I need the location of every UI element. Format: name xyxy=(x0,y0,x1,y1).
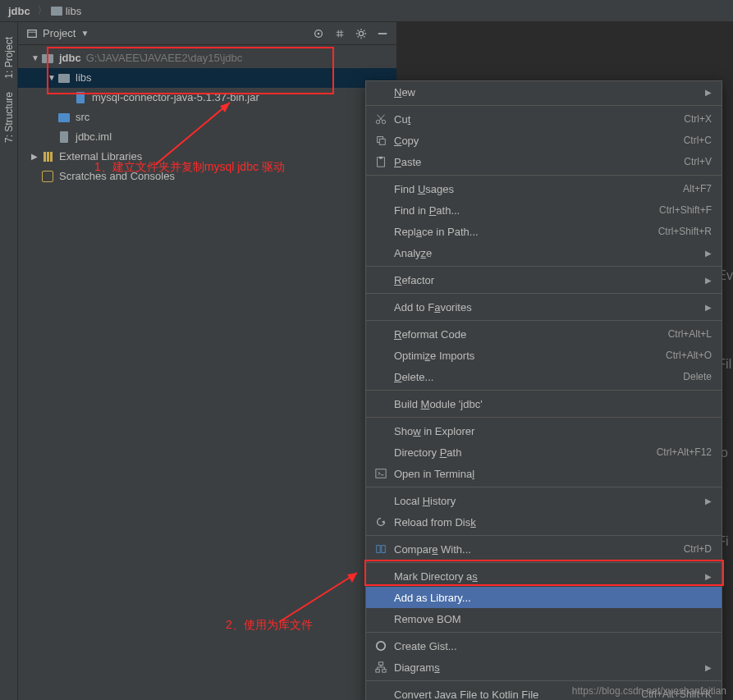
menu-label: Show in Explorer xyxy=(394,425,712,437)
menu-separator xyxy=(366,680,722,681)
menu-label: Optimize Imports xyxy=(394,350,666,362)
tree-jar[interactable]: mysql-connector-java-5.1.37-bin.jar xyxy=(18,88,396,108)
menu-item[interactable]: Show in Explorer xyxy=(366,420,722,442)
menu-item[interactable]: Refactor▶ xyxy=(366,269,722,291)
submenu-arrow-icon: ▶ xyxy=(705,663,712,672)
menu-item[interactable]: Optimize ImportsCtrl+Alt+O xyxy=(366,345,722,366)
svg-rect-11 xyxy=(379,139,385,144)
menu-label: Refactor xyxy=(394,274,699,286)
menu-item[interactable]: Find in Path...Ctrl+Shift+F xyxy=(366,199,722,221)
tab-project[interactable]: 1: Project xyxy=(2,30,16,85)
panel-title[interactable]: Project xyxy=(43,27,76,39)
menu-shortcut: Alt+F7 xyxy=(683,183,712,194)
target-icon[interactable] xyxy=(313,28,324,39)
menu-item[interactable]: Mark Directory as▶ xyxy=(366,565,722,587)
menu-item[interactable]: Remove BOM xyxy=(366,608,722,629)
left-sidebar: 1: Project 7: Structure xyxy=(0,22,18,700)
menu-shortcut: Ctrl+Alt+L xyxy=(668,328,712,340)
menu-label: Delete... xyxy=(394,371,683,383)
menu-shortcut: Ctrl+D xyxy=(684,543,712,555)
menu-label: Local History xyxy=(394,495,699,507)
menu-shortcut: Ctrl+V xyxy=(684,156,712,167)
menu-item[interactable]: Open in Terminal xyxy=(366,463,722,484)
menu-label: Find Usages xyxy=(394,183,683,195)
svg-point-8 xyxy=(376,120,379,123)
menu-separator xyxy=(366,105,722,106)
menu-shortcut: Ctrl+X xyxy=(684,113,712,125)
tree-root[interactable]: ▼ jdbc G:\JAVAEE\JAVAEE2\day15\jdbc xyxy=(18,48,396,68)
menu-item[interactable]: Analyze▶ xyxy=(366,242,722,263)
menu-separator xyxy=(366,293,722,294)
annotation-text-1: 1、建立文件夹并复制mysql jdbc 驱动 xyxy=(94,160,285,175)
menu-item[interactable]: CutCtrl+X xyxy=(366,108,722,130)
breadcrumb-current[interactable]: libs xyxy=(66,5,82,17)
expand-icon[interactable]: ▼ xyxy=(48,70,56,86)
source-folder-icon xyxy=(58,113,70,122)
menu-label: Find in Path... xyxy=(394,204,659,217)
github-icon xyxy=(373,640,389,652)
annotation-text-2: 2、使用为库文件 xyxy=(226,618,313,633)
menu-item[interactable]: Diagrams▶ xyxy=(366,657,722,678)
menu-separator xyxy=(366,632,722,633)
menu-label: Directory Path xyxy=(394,446,657,459)
cut-icon xyxy=(373,113,389,125)
dropdown-icon[interactable]: ▼ xyxy=(80,29,89,38)
submenu-arrow-icon: ▶ xyxy=(705,303,712,312)
menu-separator xyxy=(366,175,722,176)
menu-item[interactable]: Build Module 'jdbc' xyxy=(366,393,722,414)
menu-item[interactable]: Local History▶ xyxy=(366,490,722,511)
svg-point-19 xyxy=(378,643,385,650)
svg-rect-17 xyxy=(382,546,385,553)
tab-structure[interactable]: 7: Structure xyxy=(2,85,16,149)
menu-item[interactable]: PasteCtrl+V xyxy=(366,151,722,172)
submenu-arrow-icon: ▶ xyxy=(705,276,712,285)
tree-libs[interactable]: ▼ libs xyxy=(18,68,396,88)
svg-point-3 xyxy=(318,32,320,34)
menu-item[interactable]: Replace in Path...Ctrl+Shift+R xyxy=(366,221,722,242)
submenu-arrow-icon: ▶ xyxy=(705,88,712,97)
menu-item[interactable]: Directory PathCtrl+Alt+F12 xyxy=(366,442,722,463)
menu-separator xyxy=(366,562,722,563)
tree-iml[interactable]: jdbc.iml xyxy=(18,127,396,147)
svg-point-9 xyxy=(382,120,385,123)
gear-icon[interactable] xyxy=(355,28,367,39)
svg-rect-13 xyxy=(379,157,383,159)
menu-item[interactable]: CopyCtrl+C xyxy=(366,130,722,151)
paste-icon xyxy=(373,156,389,167)
collapse-icon[interactable] xyxy=(334,28,346,39)
svg-point-4 xyxy=(359,31,363,35)
menu-item[interactable]: Reload from Disk xyxy=(366,511,722,533)
menu-item[interactable]: Compare With...Ctrl+D xyxy=(366,538,722,560)
menu-label: Reload from Disk xyxy=(394,516,712,528)
tree-src[interactable]: src xyxy=(18,108,396,127)
folder-icon xyxy=(51,7,62,16)
menu-item[interactable]: Create Gist... xyxy=(366,635,722,657)
diagram-icon xyxy=(373,661,389,673)
expand-icon[interactable]: ▶ xyxy=(31,149,39,165)
menu-item[interactable]: Find UsagesAlt+F7 xyxy=(366,178,722,199)
breadcrumb: jdbc 〉 libs xyxy=(0,0,733,22)
menu-item[interactable]: Add as Library... xyxy=(366,587,722,608)
menu-label: Create Gist... xyxy=(394,640,712,652)
menu-label: Open in Terminal xyxy=(394,468,712,480)
file-icon xyxy=(60,131,68,143)
menu-label: New xyxy=(394,86,699,98)
menu-shortcut: Ctrl+C xyxy=(684,135,712,146)
submenu-arrow-icon: ▶ xyxy=(705,496,712,506)
menu-item[interactable]: Reformat CodeCtrl+Alt+L xyxy=(366,323,722,345)
reload-icon xyxy=(373,516,389,528)
svg-rect-0 xyxy=(28,30,37,37)
watermark: https://blog.csdn.net/xueshanfeitian xyxy=(572,685,726,697)
menu-item[interactable]: Add to Favorites▶ xyxy=(366,296,722,318)
menu-item[interactable]: New▶ xyxy=(366,81,722,103)
menu-item[interactable]: Delete...Delete xyxy=(366,366,722,387)
compare-icon xyxy=(373,543,389,555)
breadcrumb-root[interactable]: jdbc xyxy=(8,5,30,17)
svg-rect-21 xyxy=(376,670,379,673)
menu-shortcut: Ctrl+Alt+O xyxy=(666,350,712,361)
menu-label: Copy xyxy=(394,135,684,147)
expand-icon[interactable]: ▼ xyxy=(31,50,39,66)
jar-icon xyxy=(76,92,85,103)
hide-icon[interactable] xyxy=(377,28,388,39)
folder-icon xyxy=(58,74,70,83)
